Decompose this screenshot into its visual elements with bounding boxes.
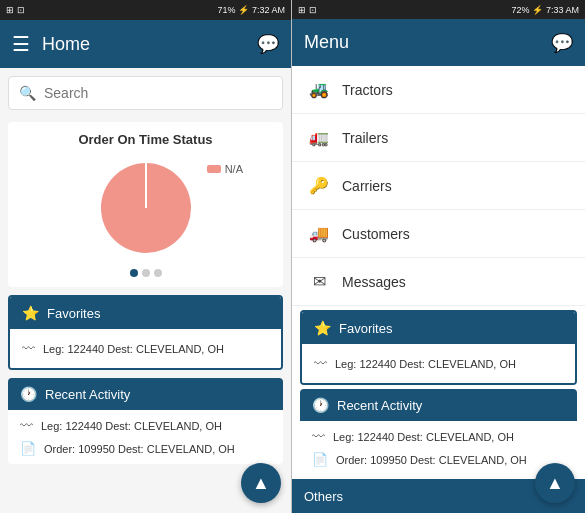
list-item: 📄 Order: 109950 Dest: CLEVELAND, OH bbox=[312, 448, 565, 471]
left-battery-icon: 71% ⚡ bbox=[217, 5, 249, 15]
search-icon: 🔍 bbox=[19, 85, 36, 101]
menu-item-tractors[interactable]: 🚜 Tractors bbox=[292, 66, 585, 114]
left-panel: ⊞ ⊡ 71% ⚡ 7:32 AM ☰ Home 💬 🔍 Order On Ti… bbox=[0, 0, 292, 513]
recent-item-1: Leg: 122440 Dest: CLEVELAND, OH bbox=[41, 420, 222, 432]
list-item: 📄 Order: 109950 Dest: CLEVELAND, OH bbox=[20, 437, 271, 460]
favorites-body: 〰 Leg: 122440 Dest: CLEVELAND, OH bbox=[10, 329, 281, 368]
search-input[interactable] bbox=[44, 85, 272, 101]
trend-icon: 〰 bbox=[22, 341, 35, 356]
left-top-bar: ☰ Home 💬 bbox=[0, 20, 291, 68]
list-item: 〰 Leg: 122440 Dest: CLEVELAND, OH bbox=[312, 425, 565, 448]
right-status-bar-right: 72% ⚡ 7:33 AM bbox=[511, 5, 579, 15]
favorites-card: ⭐ Favorites 〰 Leg: 122440 Dest: CLEVELAN… bbox=[8, 295, 283, 370]
right-recent-section: 🕐 Recent Activity 〰 Leg: 122440 Dest: CL… bbox=[300, 389, 577, 475]
right-battery-icon: 72% ⚡ bbox=[511, 5, 543, 15]
search-bar[interactable]: 🔍 bbox=[8, 76, 283, 110]
trailers-label: Trailers bbox=[342, 130, 388, 146]
right-favorites-header: ⭐ Favorites bbox=[302, 312, 575, 344]
tractors-icon: 🚜 bbox=[308, 80, 330, 99]
chart-container: N/A bbox=[18, 153, 273, 277]
customers-label: Customers bbox=[342, 226, 410, 242]
menu-title: Menu bbox=[304, 32, 349, 53]
messages-label: Messages bbox=[342, 274, 406, 290]
right-favorites-title: Favorites bbox=[339, 321, 392, 336]
recent-activity-section: 🕐 Recent Activity 〰 Leg: 122440 Dest: CL… bbox=[8, 378, 283, 464]
menu-item-trailers[interactable]: 🚛 Trailers bbox=[292, 114, 585, 162]
right-doc-icon: 📄 bbox=[312, 452, 328, 467]
page-title: Home bbox=[42, 34, 90, 55]
favorites-title: Favorites bbox=[47, 306, 100, 321]
list-item: 〰 Leg: 122440 Dest: CLEVELAND, OH bbox=[314, 352, 563, 375]
right-recent-item-2: Order: 109950 Dest: CLEVELAND, OH bbox=[336, 454, 527, 466]
right-panel: ⊞ ⊡ 72% ⚡ 7:33 AM Menu 💬 🚜 Tractors 🚛 Tr… bbox=[292, 0, 585, 513]
customers-icon: 🚚 bbox=[308, 224, 330, 243]
right-recent-item-1: Leg: 122440 Dest: CLEVELAND, OH bbox=[333, 431, 514, 443]
list-item: 〰 Leg: 122440 Dest: CLEVELAND, OH bbox=[22, 337, 269, 360]
right-recent-body: 〰 Leg: 122440 Dest: CLEVELAND, OH 📄 Orde… bbox=[300, 421, 577, 475]
right-fab-button[interactable]: ▲ bbox=[535, 463, 575, 503]
na-label: N/A bbox=[207, 163, 243, 175]
menu-item-customers[interactable]: 🚚 Customers bbox=[292, 210, 585, 258]
right-trend-icon: 〰 bbox=[314, 356, 327, 371]
status-bar-right: 71% ⚡ 7:32 AM bbox=[217, 5, 285, 15]
right-status-bar: ⊞ ⊡ 72% ⚡ 7:33 AM bbox=[292, 0, 585, 19]
right-recent-title: Recent Activity bbox=[337, 398, 422, 413]
right-favorites-card: ⭐ Favorites 〰 Leg: 122440 Dest: CLEVELAN… bbox=[300, 310, 577, 385]
menu-item-carriers[interactable]: 🔑 Carriers bbox=[292, 162, 585, 210]
doc-icon: 📄 bbox=[20, 441, 36, 456]
others-title: Others bbox=[304, 489, 343, 504]
clock-icon: 🕐 bbox=[20, 386, 37, 402]
left-status-bar: ⊞ ⊡ 71% ⚡ 7:32 AM bbox=[0, 0, 291, 20]
right-favorites-body: 〰 Leg: 122440 Dest: CLEVELAND, OH bbox=[302, 344, 575, 383]
right-trend-icon-2: 〰 bbox=[312, 429, 325, 444]
menu-item-messages[interactable]: ✉ Messages bbox=[292, 258, 585, 306]
carriers-label: Carriers bbox=[342, 178, 392, 194]
right-status-bar-left: ⊞ ⊡ bbox=[298, 5, 317, 15]
messages-icon: ✉ bbox=[308, 272, 330, 291]
right-clock-icon: 🕐 bbox=[312, 397, 329, 413]
menu-items-container: 🚜 Tractors 🚛 Trailers 🔑 Carriers 🚚 Custo… bbox=[292, 66, 585, 513]
trailers-icon: 🚛 bbox=[308, 128, 330, 147]
status-bar-left: ⊞ ⊡ bbox=[6, 5, 25, 15]
recent-activity-body: 〰 Leg: 122440 Dest: CLEVELAND, OH 📄 Orde… bbox=[8, 410, 283, 464]
right-recent-header: 🕐 Recent Activity bbox=[300, 389, 577, 421]
dot-indicator bbox=[130, 269, 162, 277]
right-top-bar-left: Menu bbox=[304, 32, 349, 53]
recent-activity-header: 🕐 Recent Activity bbox=[8, 378, 283, 410]
dot-inactive-1 bbox=[142, 269, 150, 277]
left-status-icons: ⊞ ⊡ bbox=[6, 5, 25, 15]
na-dot bbox=[207, 165, 221, 173]
right-time: 7:33 AM bbox=[546, 5, 579, 15]
list-item: 〰 Leg: 122440 Dest: CLEVELAND, OH bbox=[20, 414, 271, 437]
trend-icon-2: 〰 bbox=[20, 418, 33, 433]
right-top-bar: Menu 💬 bbox=[292, 19, 585, 66]
pie-chart bbox=[91, 153, 201, 263]
favorites-item-text: Leg: 122440 Dest: CLEVELAND, OH bbox=[43, 343, 224, 355]
right-chat-icon[interactable]: 💬 bbox=[551, 32, 573, 54]
left-time: 7:32 AM bbox=[252, 5, 285, 15]
favorites-header: ⭐ Favorites bbox=[10, 297, 281, 329]
recent-item-2: Order: 109950 Dest: CLEVELAND, OH bbox=[44, 443, 235, 455]
tractors-label: Tractors bbox=[342, 82, 393, 98]
chart-section: Order On Time Status N/A bbox=[8, 122, 283, 287]
hamburger-icon[interactable]: ☰ bbox=[12, 32, 30, 56]
top-bar-left: ☰ Home bbox=[12, 32, 90, 56]
carriers-icon: 🔑 bbox=[308, 176, 330, 195]
dot-inactive-2 bbox=[154, 269, 162, 277]
recent-activity-title: Recent Activity bbox=[45, 387, 130, 402]
star-icon: ⭐ bbox=[22, 305, 39, 321]
right-star-icon: ⭐ bbox=[314, 320, 331, 336]
dot-active bbox=[130, 269, 138, 277]
fab-button[interactable]: ▲ bbox=[241, 463, 281, 503]
right-favorites-item: Leg: 122440 Dest: CLEVELAND, OH bbox=[335, 358, 516, 370]
chat-icon[interactable]: 💬 bbox=[257, 33, 279, 55]
right-status-icons: ⊞ ⊡ bbox=[298, 5, 317, 15]
chart-title: Order On Time Status bbox=[18, 132, 273, 147]
